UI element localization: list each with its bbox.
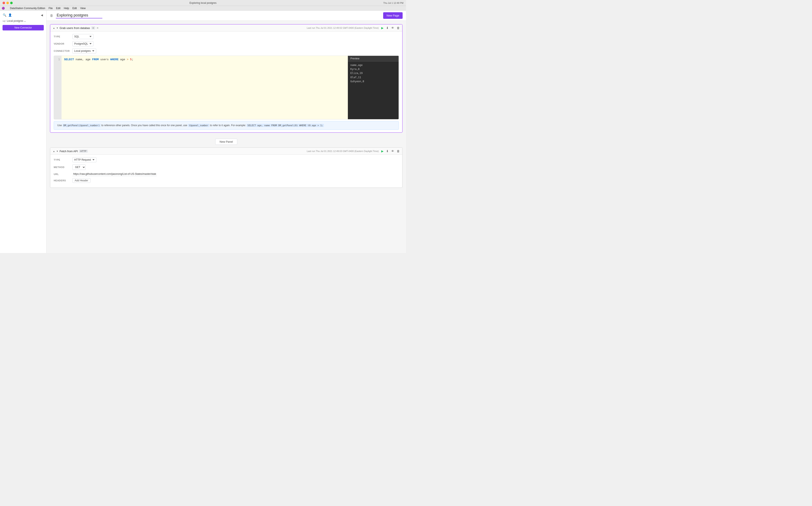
- help-code3: SELECT age, name FROM DM_getPanel(0) WHE…: [247, 124, 324, 127]
- top-bar-left: 🗑: [50, 13, 102, 18]
- panel1-header-right: Last run Thu Jul 01 2021 12:49:02 GMT-04…: [307, 26, 400, 29]
- top-bar: 🗑 New Page: [47, 11, 406, 21]
- sidebar: 🔍 👤 ◀ sql Local postgres ⌄ New Connector: [0, 11, 47, 253]
- panel1-preview-panel: Preview name,age Kyra,8 Eliza,19 Olaf,11…: [348, 56, 399, 119]
- minimize-dot[interactable]: [6, 2, 9, 4]
- sidebar-db-name: Local postgres ⌄: [7, 19, 26, 22]
- panel1-visibility-icon[interactable]: 👁: [391, 26, 394, 29]
- panel2-method-row: METHOD GET: [54, 164, 399, 170]
- panel1-collapse-up[interactable]: ▲: [53, 27, 55, 29]
- app-container: 🔍 👤 ◀ sql Local postgres ⌄ New Connector…: [0, 11, 406, 253]
- page-title-input[interactable]: [56, 13, 102, 18]
- sidebar-db-section: sql Local postgres ⌄: [0, 19, 46, 23]
- new-panel-container: New Panel: [50, 136, 403, 147]
- panel2-url-row: URL: [54, 172, 399, 176]
- panel2-collapse-up[interactable]: ▲: [53, 150, 55, 152]
- add-icon[interactable]: 👤: [8, 13, 12, 17]
- titlebar-right: Thu Jul 1 12:49 PM: [383, 2, 403, 4]
- sidebar-db-type-label: sql: [3, 20, 5, 22]
- menubar: 🟣 DataStation Community Edition File Edi…: [0, 6, 406, 11]
- add-header-button[interactable]: Add Header: [72, 178, 90, 183]
- panel1-connector-select[interactable]: Local postgres: [72, 49, 96, 54]
- panel1-body: TYPE SQL VENDOR PostgreSQL CON: [50, 31, 402, 132]
- panel2-headers-label: HEADERS: [54, 179, 71, 182]
- panel1-collapse-down[interactable]: ▼: [56, 27, 58, 29]
- maximize-dot[interactable]: [10, 2, 13, 4]
- panel1-download-icon[interactable]: ⬇: [386, 26, 389, 29]
- panel2-collapse-down[interactable]: ▼: [56, 150, 58, 152]
- panel1-vendor-label: VENDOR: [54, 43, 71, 45]
- panel2-type-row: TYPE HTTP Request: [54, 157, 399, 162]
- close-dot[interactable]: [3, 2, 5, 4]
- panel2-download-icon[interactable]: ⬇: [386, 150, 389, 153]
- menu-view[interactable]: View: [80, 7, 86, 10]
- panel1-run-icon[interactable]: ▶: [381, 26, 384, 29]
- collapse-icon[interactable]: ◀: [40, 13, 44, 17]
- new-page-button[interactable]: New Page: [383, 12, 403, 19]
- panel2-run-icon[interactable]: ▶: [381, 150, 384, 153]
- line-number-1: 1: [56, 58, 60, 62]
- panel1-title[interactable]: Grab users from databas: [60, 26, 90, 29]
- menu-edit2[interactable]: Edit: [72, 7, 77, 10]
- sidebar-action-icons: 🔍 👤: [3, 13, 12, 17]
- panel2-delete-icon[interactable]: 🗑: [397, 150, 400, 153]
- panel1-connector-row: CONNECTOR Local postgres: [54, 49, 399, 54]
- panels-area: ▲ ▼ Grab users from databas ≡ ✕ Last run…: [47, 21, 406, 253]
- panel2-url-input[interactable]: [72, 172, 157, 176]
- app-logo: 🟣: [2, 7, 5, 10]
- panel1-code-area[interactable]: SELECT name, age FROM users WHERE age > …: [62, 56, 348, 119]
- panel-http: ▲ ▼ Fetch from API HTTP Last run Thu Jul…: [50, 147, 403, 188]
- panel2-http-badge: HTTP: [79, 150, 88, 153]
- panel2-method-label: METHOD: [54, 166, 71, 168]
- sidebar-top: 🔍 👤 ◀: [0, 12, 46, 18]
- panel1-last-run: Last run Thu Jul 01 2021 12:49:02 GMT-04…: [307, 27, 379, 29]
- panel2-body: TYPE HTTP Request METHOD GET U: [50, 155, 402, 187]
- panel2-header: ▲ ▼ Fetch from API HTTP Last run Thu Jul…: [50, 148, 402, 155]
- menu-file[interactable]: File: [49, 7, 53, 10]
- panel1-code-editor-area: 1 SELECT name, age FROM users WHERE age …: [54, 56, 399, 119]
- menu-edit[interactable]: Edit: [56, 7, 61, 10]
- panel1-type-select[interactable]: SQL: [72, 34, 93, 39]
- window-title: Exploring local postgres: [189, 1, 216, 4]
- panel2-type-label: TYPE: [54, 159, 71, 161]
- panel2-visibility-icon[interactable]: 👁: [391, 150, 394, 153]
- help-code1: DM_getPanel($panel_number): [63, 124, 101, 127]
- panel1-vendor-row: VENDOR PostgreSQL: [54, 41, 399, 46]
- panel1-preview-content: name,age Kyra,8 Eliza,19 Olaf,11 Guhyeon…: [348, 62, 399, 85]
- menu-help[interactable]: Help: [64, 7, 69, 10]
- app-name: DataStation Community Edition: [10, 7, 45, 10]
- panel1-type-row: TYPE SQL: [54, 34, 399, 39]
- panel2-method-select[interactable]: GET: [72, 164, 86, 170]
- titlebar: Exploring local postgres Thu Jul 1 12:49…: [0, 0, 406, 6]
- panel-sql: ▲ ▼ Grab users from databas ≡ ✕ Last run…: [50, 24, 403, 133]
- panel1-code-section: 1 SELECT name, age FROM users WHERE age …: [54, 56, 348, 119]
- main-content: 🗑 New Page ▲ ▼ Grab users from databas ≡…: [47, 11, 406, 253]
- panel2-type-select[interactable]: HTTP Request: [72, 157, 96, 162]
- delete-page-icon[interactable]: 🗑: [50, 14, 53, 17]
- panel2-header-left: ▲ ▼ Fetch from API HTTP: [53, 150, 88, 153]
- panel2-header-right: Last run Thu Jul 01 2021 12:49:03 GMT-04…: [307, 150, 400, 153]
- panel2-headers-row: HEADERS Add Header: [54, 178, 399, 183]
- panel2-last-run: Last run Thu Jul 01 2021 12:49:03 GMT-04…: [307, 150, 379, 152]
- search-icon[interactable]: 🔍: [3, 13, 6, 17]
- window-controls: [3, 2, 13, 4]
- panel1-delete-icon[interactable]: 🗑: [397, 26, 400, 29]
- panel2-title[interactable]: Fetch from API: [60, 150, 78, 153]
- line-numbers: 1: [54, 56, 62, 119]
- new-panel-button[interactable]: New Panel: [215, 139, 237, 145]
- panel1-help-text: Use DM_getPanel($panel_number) to refere…: [54, 121, 399, 130]
- panel1-connector-label: CONNECTOR: [54, 50, 71, 52]
- time-display: Thu Jul 1 12:49 PM: [383, 2, 403, 4]
- help-code2: t$panel_number: [188, 124, 209, 127]
- new-connector-button[interactable]: New Connector: [3, 25, 44, 30]
- panel2-url-label: URL: [54, 173, 71, 175]
- panel1-close-icon[interactable]: ✕: [96, 26, 99, 29]
- panel1-type-label: TYPE: [54, 35, 71, 38]
- panel1-header: ▲ ▼ Grab users from databas ≡ ✕ Last run…: [50, 24, 402, 31]
- panel1-preview-tab[interactable]: Preview: [348, 56, 399, 62]
- panel1-header-left: ▲ ▼ Grab users from databas ≡ ✕: [53, 26, 99, 29]
- panel1-vendor-select[interactable]: PostgreSQL: [72, 41, 93, 46]
- panel1-type-badge: ≡: [91, 26, 95, 29]
